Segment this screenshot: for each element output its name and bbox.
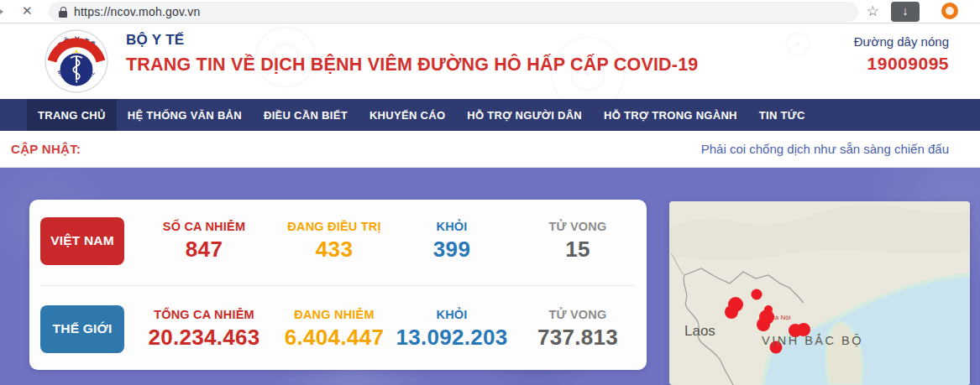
metric-value: 847 [124, 237, 284, 263]
metric-value: 13.092.203 [385, 325, 519, 351]
metric-tu-vong-vn: TỬ VONG 15 [519, 220, 637, 263]
star-bookmark-icon[interactable]: ☆ [867, 3, 879, 20]
slogan-text: Phải coi chống dịch như sẵn sàng chiến đ… [701, 142, 949, 156]
metric-label: ĐANG ĐIỀU TRỊ [284, 220, 385, 233]
nav-item-he-thong-van-ban[interactable]: HỆ THỐNG VĂN BẢN [117, 99, 253, 131]
nav-item-khuyen-cao[interactable]: KHUYẾN CÁO [359, 99, 456, 131]
vietnam-button[interactable]: VIỆT NAM [40, 217, 124, 265]
metric-dang-nhiem: ĐANG NHIỄM 6.404.447 [284, 308, 385, 351]
case-marker [725, 305, 738, 319]
ministry-of-health-logo: BỘ Y TẾ MINISTRY OF HEALTH [45, 29, 108, 93]
nav-item-ho-tro-nguoi-dan[interactable]: HỖ TRỢ NGƯỜI DÂN [456, 99, 593, 131]
divider [40, 285, 635, 286]
vietnam-stats-row: VIỆT NAM SỐ CA NHIỄM 847 ĐANG ĐIỀU TRỊ 4… [29, 216, 647, 265]
metric-value: 433 [284, 237, 385, 263]
metric-label: KHỎI [385, 308, 519, 321]
metric-khoi-world: KHỎI 13.092.203 [385, 308, 519, 351]
metric-value: 399 [385, 237, 519, 263]
nav-item-dieu-can-biet[interactable]: ĐIỀU CẦN BIẾT [253, 99, 359, 131]
metric-label: TỬ VONG [519, 308, 637, 321]
metric-value: 6.404.447 [284, 325, 385, 351]
metric-label: KHỎI [385, 220, 519, 233]
map-label-laos: Laos [684, 323, 715, 339]
main-section: VIỆT NAM SỐ CA NHIỄM 847 ĐANG ĐIỀU TRỊ 4… [0, 168, 980, 385]
download-icon[interactable]: ↓ [891, 2, 920, 22]
agency-name: BỘ Y TẾ [126, 32, 699, 49]
page: ✕ https://ncov.moh.gov.vn ☆ ↓ BỘ Y TẾ [0, 0, 980, 385]
map-label-vinh-bac-bo: VỊNH BẮC BỘ [762, 333, 863, 347]
world-stats-row: THẾ GIỚI TỔNG CA NHIỄM 20.234.463 ĐANG N… [29, 304, 647, 353]
covid-stats-card: VIỆT NAM SỐ CA NHIỄM 847 ĐANG ĐIỀU TRỊ 4… [29, 200, 647, 370]
close-icon[interactable]: ✕ [22, 3, 33, 18]
metric-label: SỐ CA NHIỄM [124, 220, 284, 233]
case-marker [764, 305, 773, 314]
hotline-number: 19009095 [854, 54, 949, 74]
browser-toolbar: ✕ https://ncov.moh.gov.vn ☆ ↓ [0, 0, 980, 23]
metric-label: TỔNG CA NHIỄM [124, 308, 284, 321]
metric-tu-vong-world: TỬ VONG 737.813 [519, 308, 637, 351]
case-marker [757, 318, 770, 331]
metric-label: TỬ VONG [519, 220, 637, 233]
metric-tong-ca-nhiem: TỔNG CA NHIỄM 20.234.463 [124, 308, 284, 351]
extension-icon[interactable] [941, 3, 958, 19]
nav-item-tin-tuc[interactable]: TIN TỨC [748, 99, 816, 131]
site-header: BỘ Y TẾ MINISTRY OF HEALTH BỘ Y TẾ TRANG… [0, 23, 980, 99]
metric-value: 20.234.463 [124, 325, 284, 351]
main-navigation: TRANG CHỦ HỆ THỐNG VĂN BẢN ĐIỀU CẦN BIẾT… [0, 99, 980, 131]
world-button[interactable]: THẾ GIỚI [40, 305, 124, 353]
page-title: TRANG TIN VỀ DỊCH BỆNH VIÊM ĐƯỜNG HÔ HẤP… [126, 55, 699, 75]
metric-dang-dieu-tri: ĐANG ĐIỀU TRỊ 433 [284, 220, 385, 263]
metric-khoi-vn: KHỎI 399 [385, 220, 519, 263]
metric-label: ĐANG NHIỄM [284, 308, 385, 321]
padlock-icon [59, 7, 67, 18]
nav-item-trang-chu[interactable]: TRANG CHỦ [27, 99, 117, 131]
update-label: CẬP NHẬT: [11, 142, 81, 156]
address-bar[interactable]: https://ncov.moh.gov.vn [49, 2, 858, 22]
hotline-label: Đường dây nóng [854, 34, 949, 49]
outbreak-map[interactable]: Hà Nội Laos VỊNH BẮC BỘ [669, 201, 970, 385]
metric-so-ca-nhiem: SỐ CA NHIỄM 847 [124, 220, 284, 263]
back-arrow-icon[interactable] [0, 6, 3, 18]
update-bar: CẬP NHẬT: Phải coi chống dịch như sẵn sà… [0, 131, 980, 168]
metric-value: 15 [519, 237, 637, 263]
url-text[interactable]: https://ncov.moh.gov.vn [74, 5, 200, 18]
case-marker [752, 289, 763, 300]
metric-value: 737.813 [519, 325, 637, 351]
nav-item-ho-tro-trong-nganh[interactable]: HỖ TRỢ TRONG NGÀNH [593, 99, 748, 131]
